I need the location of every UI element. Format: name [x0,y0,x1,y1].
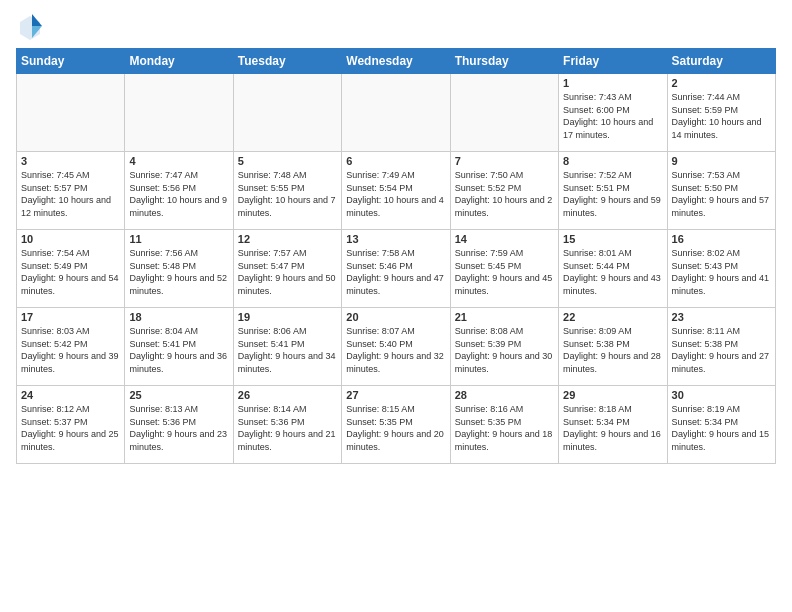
day-info: Sunrise: 7:49 AM Sunset: 5:54 PM Dayligh… [346,169,445,219]
day-number: 13 [346,233,445,245]
day-info: Sunrise: 7:52 AM Sunset: 5:51 PM Dayligh… [563,169,662,219]
day-info: Sunrise: 8:09 AM Sunset: 5:38 PM Dayligh… [563,325,662,375]
calendar-week-row: 17Sunrise: 8:03 AM Sunset: 5:42 PM Dayli… [17,308,776,386]
day-number: 14 [455,233,554,245]
day-number: 30 [672,389,771,401]
calendar-cell: 15Sunrise: 8:01 AM Sunset: 5:44 PM Dayli… [559,230,667,308]
calendar-cell [125,74,233,152]
day-number: 27 [346,389,445,401]
day-info: Sunrise: 7:58 AM Sunset: 5:46 PM Dayligh… [346,247,445,297]
day-number: 28 [455,389,554,401]
calendar-cell: 14Sunrise: 7:59 AM Sunset: 5:45 PM Dayli… [450,230,558,308]
day-number: 4 [129,155,228,167]
calendar-cell [342,74,450,152]
day-info: Sunrise: 7:45 AM Sunset: 5:57 PM Dayligh… [21,169,120,219]
calendar-cell [450,74,558,152]
day-info: Sunrise: 7:54 AM Sunset: 5:49 PM Dayligh… [21,247,120,297]
calendar-cell: 21Sunrise: 8:08 AM Sunset: 5:39 PM Dayli… [450,308,558,386]
day-number: 25 [129,389,228,401]
calendar-header-row: SundayMondayTuesdayWednesdayThursdayFrid… [17,49,776,74]
calendar-table: SundayMondayTuesdayWednesdayThursdayFrid… [16,48,776,464]
calendar-week-row: 24Sunrise: 8:12 AM Sunset: 5:37 PM Dayli… [17,386,776,464]
day-number: 21 [455,311,554,323]
day-info: Sunrise: 8:03 AM Sunset: 5:42 PM Dayligh… [21,325,120,375]
day-info: Sunrise: 7:56 AM Sunset: 5:48 PM Dayligh… [129,247,228,297]
day-number: 6 [346,155,445,167]
day-number: 18 [129,311,228,323]
calendar-cell: 16Sunrise: 8:02 AM Sunset: 5:43 PM Dayli… [667,230,775,308]
calendar-cell: 10Sunrise: 7:54 AM Sunset: 5:49 PM Dayli… [17,230,125,308]
calendar-cell: 13Sunrise: 7:58 AM Sunset: 5:46 PM Dayli… [342,230,450,308]
calendar-cell: 9Sunrise: 7:53 AM Sunset: 5:50 PM Daylig… [667,152,775,230]
calendar-cell: 7Sunrise: 7:50 AM Sunset: 5:52 PM Daylig… [450,152,558,230]
day-number: 24 [21,389,120,401]
day-info: Sunrise: 8:08 AM Sunset: 5:39 PM Dayligh… [455,325,554,375]
day-info: Sunrise: 8:14 AM Sunset: 5:36 PM Dayligh… [238,403,337,453]
calendar-cell: 5Sunrise: 7:48 AM Sunset: 5:55 PM Daylig… [233,152,341,230]
calendar-cell: 1Sunrise: 7:43 AM Sunset: 6:00 PM Daylig… [559,74,667,152]
calendar-cell: 19Sunrise: 8:06 AM Sunset: 5:41 PM Dayli… [233,308,341,386]
calendar-day-header: Sunday [17,49,125,74]
day-number: 20 [346,311,445,323]
calendar-cell: 27Sunrise: 8:15 AM Sunset: 5:35 PM Dayli… [342,386,450,464]
calendar-cell: 20Sunrise: 8:07 AM Sunset: 5:40 PM Dayli… [342,308,450,386]
day-info: Sunrise: 8:16 AM Sunset: 5:35 PM Dayligh… [455,403,554,453]
day-info: Sunrise: 8:15 AM Sunset: 5:35 PM Dayligh… [346,403,445,453]
day-number: 11 [129,233,228,245]
day-number: 7 [455,155,554,167]
day-info: Sunrise: 8:06 AM Sunset: 5:41 PM Dayligh… [238,325,337,375]
day-number: 9 [672,155,771,167]
day-number: 29 [563,389,662,401]
calendar-cell: 4Sunrise: 7:47 AM Sunset: 5:56 PM Daylig… [125,152,233,230]
day-number: 22 [563,311,662,323]
calendar-cell: 22Sunrise: 8:09 AM Sunset: 5:38 PM Dayli… [559,308,667,386]
calendar-day-header: Tuesday [233,49,341,74]
calendar-cell [17,74,125,152]
calendar-cell: 3Sunrise: 7:45 AM Sunset: 5:57 PM Daylig… [17,152,125,230]
calendar-day-header: Friday [559,49,667,74]
day-number: 19 [238,311,337,323]
calendar-cell: 24Sunrise: 8:12 AM Sunset: 5:37 PM Dayli… [17,386,125,464]
svg-marker-1 [32,14,42,26]
page: SundayMondayTuesdayWednesdayThursdayFrid… [0,0,792,612]
day-info: Sunrise: 8:11 AM Sunset: 5:38 PM Dayligh… [672,325,771,375]
day-info: Sunrise: 8:07 AM Sunset: 5:40 PM Dayligh… [346,325,445,375]
day-number: 2 [672,77,771,89]
logo [16,12,48,40]
day-number: 3 [21,155,120,167]
calendar-week-row: 1Sunrise: 7:43 AM Sunset: 6:00 PM Daylig… [17,74,776,152]
day-info: Sunrise: 7:57 AM Sunset: 5:47 PM Dayligh… [238,247,337,297]
day-number: 5 [238,155,337,167]
calendar-day-header: Monday [125,49,233,74]
calendar-cell: 23Sunrise: 8:11 AM Sunset: 5:38 PM Dayli… [667,308,775,386]
day-info: Sunrise: 8:13 AM Sunset: 5:36 PM Dayligh… [129,403,228,453]
day-number: 8 [563,155,662,167]
day-info: Sunrise: 8:02 AM Sunset: 5:43 PM Dayligh… [672,247,771,297]
day-info: Sunrise: 8:19 AM Sunset: 5:34 PM Dayligh… [672,403,771,453]
day-info: Sunrise: 8:01 AM Sunset: 5:44 PM Dayligh… [563,247,662,297]
calendar-cell: 25Sunrise: 8:13 AM Sunset: 5:36 PM Dayli… [125,386,233,464]
calendar-cell: 30Sunrise: 8:19 AM Sunset: 5:34 PM Dayli… [667,386,775,464]
day-info: Sunrise: 7:53 AM Sunset: 5:50 PM Dayligh… [672,169,771,219]
calendar-cell: 11Sunrise: 7:56 AM Sunset: 5:48 PM Dayli… [125,230,233,308]
day-info: Sunrise: 7:50 AM Sunset: 5:52 PM Dayligh… [455,169,554,219]
calendar-cell: 29Sunrise: 8:18 AM Sunset: 5:34 PM Dayli… [559,386,667,464]
day-number: 23 [672,311,771,323]
day-info: Sunrise: 8:18 AM Sunset: 5:34 PM Dayligh… [563,403,662,453]
day-number: 26 [238,389,337,401]
calendar-cell: 12Sunrise: 7:57 AM Sunset: 5:47 PM Dayli… [233,230,341,308]
header [16,12,776,40]
calendar-cell: 8Sunrise: 7:52 AM Sunset: 5:51 PM Daylig… [559,152,667,230]
logo-icon [16,12,44,40]
day-number: 17 [21,311,120,323]
calendar-week-row: 3Sunrise: 7:45 AM Sunset: 5:57 PM Daylig… [17,152,776,230]
calendar-cell: 6Sunrise: 7:49 AM Sunset: 5:54 PM Daylig… [342,152,450,230]
calendar-day-header: Thursday [450,49,558,74]
calendar-week-row: 10Sunrise: 7:54 AM Sunset: 5:49 PM Dayli… [17,230,776,308]
day-info: Sunrise: 7:44 AM Sunset: 5:59 PM Dayligh… [672,91,771,141]
day-info: Sunrise: 7:48 AM Sunset: 5:55 PM Dayligh… [238,169,337,219]
day-number: 1 [563,77,662,89]
calendar-day-header: Wednesday [342,49,450,74]
calendar-day-header: Saturday [667,49,775,74]
calendar-cell: 28Sunrise: 8:16 AM Sunset: 5:35 PM Dayli… [450,386,558,464]
